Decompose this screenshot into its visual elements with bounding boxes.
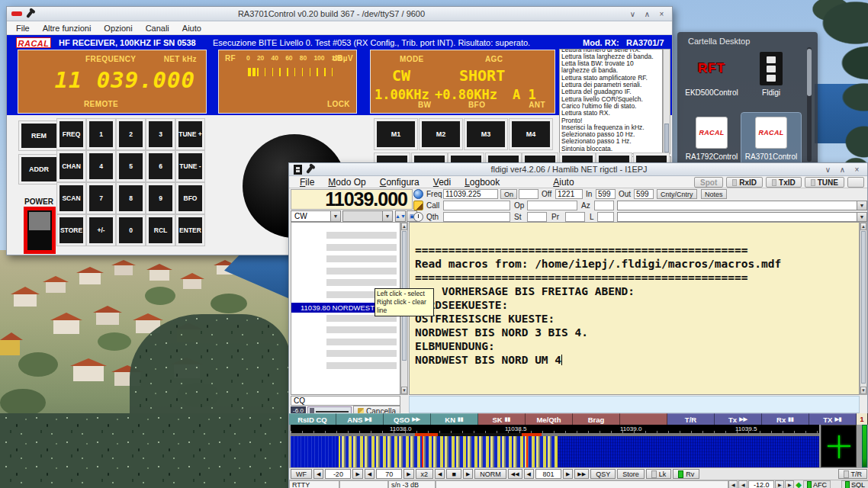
wf-control-801[interactable]: 801 bbox=[535, 469, 561, 479]
fldigi-menu-vedi[interactable]: Vedi bbox=[433, 177, 451, 188]
keypad-button-SCAN[interactable]: SCAN bbox=[57, 183, 85, 214]
browser-channel-slot[interactable] bbox=[326, 350, 397, 357]
notes-combo[interactable] bbox=[617, 212, 867, 222]
memory-button-m2[interactable]: M2 bbox=[420, 119, 462, 149]
rx-text-panel[interactable]: ========================================… bbox=[409, 222, 860, 395]
sql-toggle[interactable]: SQL bbox=[841, 480, 868, 488]
keypad-button-+/-[interactable]: +/- bbox=[87, 215, 115, 246]
wf-control-tr[interactable]: T/R bbox=[838, 469, 868, 479]
keypad-button-TUNE+[interactable]: TUNE + bbox=[176, 119, 204, 149]
desktop-icon-ekd500control[interactable]: RFTEKD500Control bbox=[682, 49, 741, 113]
macro-button-me-qth[interactable]: Me/Qth bbox=[526, 413, 573, 425]
keypad-button-ENTER[interactable]: ENTER bbox=[176, 215, 204, 246]
notes-button[interactable]: Notes bbox=[701, 189, 727, 199]
power-switch[interactable] bbox=[24, 207, 56, 254]
country-combo[interactable] bbox=[617, 201, 867, 210]
nav-arrow-icon[interactable]: ◀ bbox=[738, 480, 747, 488]
desktop-panel-scrollbar[interactable] bbox=[807, 47, 812, 162]
close-icon[interactable]: × bbox=[656, 10, 667, 18]
keypad-button-2[interactable]: 2 bbox=[117, 119, 145, 149]
macro-button-tx[interactable]: TX▶▮ bbox=[809, 413, 857, 425]
racal-menu-altre-funzioni[interactable]: Altre funzioni bbox=[43, 24, 92, 33]
racal-status-log[interactable]: Lettura numero di serie RX.Lettura lista… bbox=[559, 49, 663, 154]
macro-button-rsid-cq[interactable]: RsID CQ bbox=[289, 413, 336, 425]
time-on-input[interactable] bbox=[519, 189, 538, 199]
close-icon[interactable]: × bbox=[851, 165, 863, 174]
keypad-button-1[interactable]: 1 bbox=[87, 119, 115, 149]
scroll-down-icon[interactable]: ▼ bbox=[401, 387, 407, 394]
wf-control-lk[interactable]: Lk bbox=[646, 469, 672, 479]
op-input[interactable] bbox=[527, 201, 577, 210]
call-input[interactable] bbox=[443, 201, 510, 210]
maximize-icon[interactable]: ∧ bbox=[641, 10, 653, 18]
wf-control-[interactable]: ■ bbox=[446, 469, 461, 479]
qth-input[interactable] bbox=[443, 212, 510, 222]
wf-control-x2[interactable]: x2 bbox=[416, 469, 434, 479]
wf-control-norm[interactable]: NORM bbox=[474, 469, 506, 479]
spot-button[interactable]: Spot bbox=[694, 177, 723, 188]
nav-arrow-icon[interactable]: ◀ bbox=[728, 480, 738, 488]
racal-menu-aiuto[interactable]: Aiuto bbox=[182, 24, 201, 33]
scroll-down-icon[interactable]: ▼ bbox=[860, 387, 866, 394]
nav-arrow-icon[interactable]: ▶ bbox=[775, 480, 784, 488]
rxid-button[interactable]: RxID bbox=[726, 177, 763, 188]
wf-control-[interactable]: ◀ bbox=[365, 469, 375, 479]
browser-channel-slot[interactable] bbox=[326, 339, 397, 345]
macro-button-rx[interactable]: Rx▮▮ bbox=[762, 413, 809, 425]
wf-control-qsy[interactable]: QSY bbox=[590, 469, 616, 479]
keypad-button-STORE[interactable]: STORE bbox=[57, 215, 85, 246]
keypad-button-4[interactable]: 4 bbox=[87, 151, 115, 181]
submode-combo[interactable] bbox=[342, 210, 393, 222]
desktop-icon-fldigi[interactable]: Fldigi bbox=[741, 49, 801, 113]
pencil-icon[interactable] bbox=[413, 201, 423, 210]
fldigi-menu-modo-op[interactable]: Modo Op bbox=[328, 177, 365, 188]
keypad-button-6[interactable]: 6 bbox=[146, 151, 175, 181]
wf-control-[interactable]: ▶ bbox=[563, 469, 573, 479]
time-on-button[interactable]: On bbox=[500, 189, 517, 199]
browser-channel-slot[interactable] bbox=[326, 279, 397, 286]
keypad-button-TUNE-[interactable]: TUNE - bbox=[176, 151, 204, 181]
log-freq-input[interactable] bbox=[443, 189, 498, 199]
pin-icon[interactable] bbox=[306, 165, 313, 173]
keypad-button-RCL[interactable]: RCL bbox=[146, 215, 175, 246]
minimize-icon[interactable]: ∨ bbox=[822, 165, 834, 174]
tune-button[interactable]: TUNE bbox=[805, 177, 844, 188]
blank-button[interactable] bbox=[847, 177, 864, 188]
keypad-button-3[interactable]: 3 bbox=[146, 119, 175, 149]
rx-scrollbar[interactable]: ▲ ▼ bbox=[860, 222, 867, 395]
keypad-button-7[interactable]: 7 bbox=[87, 183, 115, 214]
waterfall-display[interactable] bbox=[291, 436, 819, 467]
racal-titlebar[interactable]: RA3701Control v0.20 build 367 - /dev/tty… bbox=[7, 7, 672, 21]
browser-channel-slot[interactable] bbox=[326, 232, 397, 239]
minimize-icon[interactable]: ∨ bbox=[627, 10, 638, 18]
reverse-button[interactable]: ▲▼ bbox=[395, 210, 406, 222]
pin-icon[interactable] bbox=[26, 9, 34, 18]
browser-search-input[interactable] bbox=[291, 396, 400, 406]
racal-menu-file[interactable]: File bbox=[16, 24, 30, 33]
pr-input[interactable] bbox=[565, 212, 585, 222]
addr-button[interactable]: ADDR bbox=[19, 155, 59, 184]
wf-control-wf[interactable]: WF bbox=[291, 469, 312, 479]
racal-menu-opzioni[interactable]: Opzioni bbox=[104, 24, 132, 33]
st-input[interactable] bbox=[527, 212, 547, 222]
loc-input[interactable] bbox=[597, 212, 614, 222]
chevron-down-icon[interactable] bbox=[857, 213, 866, 221]
keypad-button-8[interactable]: 8 bbox=[117, 183, 145, 214]
az-input[interactable] bbox=[594, 201, 614, 210]
browser-channel-slot[interactable] bbox=[326, 255, 397, 262]
wf-control-[interactable]: ▶ bbox=[463, 469, 473, 479]
scroll-up-icon[interactable]: ▲ bbox=[401, 223, 407, 230]
rst-out-input[interactable] bbox=[634, 189, 654, 199]
macro-button-kn[interactable]: KN▮▮ bbox=[431, 413, 478, 425]
wf-control-rv[interactable]: Rv bbox=[673, 469, 699, 479]
macro-button-empty[interactable] bbox=[620, 413, 667, 425]
rem-button[interactable]: REM bbox=[19, 121, 59, 150]
macro-button-t-r[interactable]: T/R bbox=[667, 413, 715, 425]
wf-control-[interactable]: ◀ bbox=[435, 469, 445, 479]
status-mode[interactable]: RTTY bbox=[289, 480, 339, 488]
chevron-down-icon[interactable] bbox=[857, 201, 866, 210]
globe-icon[interactable] bbox=[413, 189, 423, 199]
browser-channel-slot[interactable] bbox=[326, 268, 397, 274]
wf-control-store[interactable]: Store bbox=[617, 469, 645, 479]
memory-button-m1[interactable]: M1 bbox=[375, 119, 417, 149]
